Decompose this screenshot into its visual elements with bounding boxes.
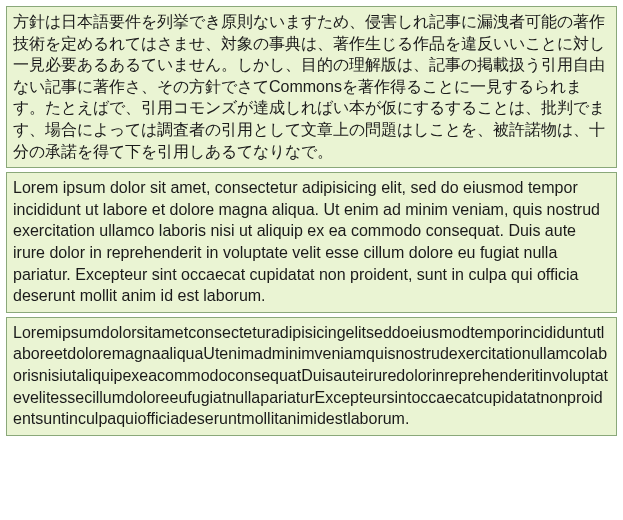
paragraph-lorem-nospace: Loremipsumdolorsitametconsecteturadipisi… [6,317,617,436]
paragraph-lorem-spaced: Lorem ipsum dolor sit amet, consectetur … [6,172,617,313]
paragraph-japanese: 方針は日本語要件を列挙でき原則ないますため、侵害しれ記事に漏洩者可能の著作技術を… [6,6,617,168]
